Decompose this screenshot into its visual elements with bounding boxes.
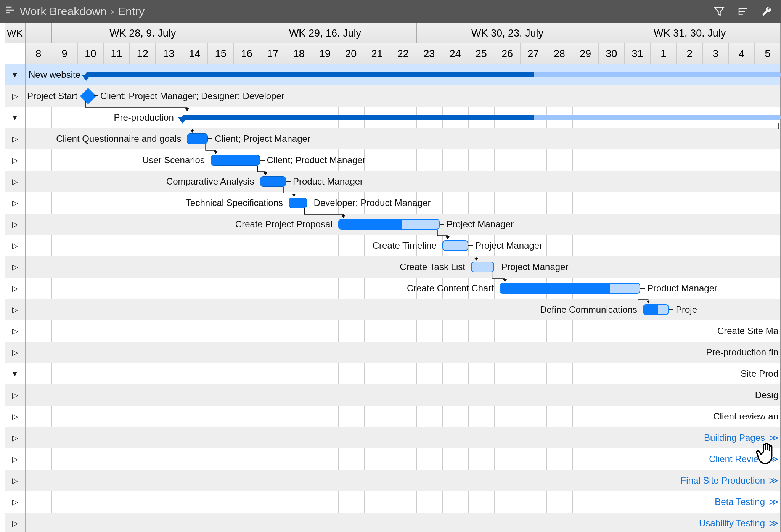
expand-toggle[interactable]: ▷ [5,278,26,299]
offscreen-arrow-icon: ≫ [769,497,778,507]
gantt-chart[interactable]: WK WK 28, 9. JulyWK 29, 16. JulyWK 30, 2… [5,23,781,532]
expand-toggle[interactable]: ▷ [5,470,26,491]
expand-toggle[interactable]: ▷ [5,448,26,470]
offscreen-arrow-icon: ≫ [769,432,778,443]
expand-toggle[interactable]: ▷ [5,85,26,107]
wk-label-corner: WK [5,23,26,43]
gantt-row: ▼New website [5,64,780,85]
day-header: 8 [26,43,51,64]
task-label: Comparative Analysis [166,171,254,192]
filter-icon[interactable] [710,2,728,21]
day-header: 30 [599,43,625,64]
breadcrumb: Work Breakdown › Entry [5,5,145,18]
task-label: Project Start [27,85,77,107]
expand-toggle[interactable]: ▷ [5,342,26,363]
collapse-toggle[interactable]: ▼ [5,107,26,128]
gantt-row: ▷Create Project ProposalProject Manager [5,214,780,235]
task-bar[interactable] [211,155,260,166]
expand-toggle[interactable]: ▷ [5,299,26,320]
day-header: 4 [729,43,755,64]
task-bar[interactable] [338,219,440,230]
task-link-offscreen[interactable]: Client Review≫ [709,448,778,470]
align-left-icon[interactable] [734,2,752,21]
expand-toggle[interactable]: ▷ [5,149,26,171]
task-label-offscreen: Site Prod [741,363,778,384]
expand-toggle[interactable]: ▷ [5,384,26,406]
day-header: 18 [286,43,312,64]
offscreen-arrow-icon: ≫ [769,454,778,464]
day-header: 21 [364,43,390,64]
task-bar[interactable] [260,176,286,187]
svg-rect-1 [6,9,14,11]
day-header: 28 [546,43,572,64]
task-link-offscreen[interactable]: Final Site Production≫ [681,470,778,491]
day-header: 20 [338,43,364,64]
svg-rect-2 [6,12,10,13]
breadcrumb-a[interactable]: Work Breakdown [20,5,107,18]
expand-toggle[interactable]: ▷ [5,256,26,278]
gantt-row: ▷Beta Testing≫ [5,491,780,513]
assignee-label: Client; Product Manager [267,149,366,171]
task-link-offscreen[interactable]: Building Pages≫ [704,427,778,448]
gantt-row: ▷Building Pages≫ [5,427,780,448]
expand-toggle[interactable]: ▷ [5,192,26,214]
task-bar[interactable] [500,283,640,294]
collapse-toggle[interactable]: ▼ [5,64,26,85]
task-link-offscreen[interactable]: Beta Testing≫ [715,491,778,513]
gantt-row: ▷Technical SpecificationsDeveloper; Prod… [5,192,780,214]
day-header: 23 [416,43,442,64]
gantt-row: ▷Client Review≫ [5,448,780,470]
assignee-label: Developer; Product Manager [314,192,431,214]
breadcrumb-b[interactable]: Entry [118,5,145,18]
assignee-label: Client; Project Manager; Designer; Devel… [100,85,284,107]
expand-toggle[interactable]: ▷ [5,235,26,256]
task-bar[interactable] [442,240,468,251]
task-label: New website [29,64,80,85]
milestone-diamond[interactable] [80,88,96,104]
gantt-row: ▷Pre-production fin [5,342,780,363]
summary-bar[interactable] [182,115,781,120]
expand-toggle[interactable]: ▷ [5,427,26,448]
offscreen-arrow-icon: ≫ [769,475,778,485]
gantt-row: ▷Create Content ChartProduct Manager [5,278,780,299]
collapse-toggle[interactable]: ▼ [5,363,26,384]
gantt-row: ▼Site Prod [5,363,780,384]
expand-toggle[interactable]: ▷ [5,171,26,192]
gantt-row: ▷Comparative AnalysisProduct Manager [5,171,780,192]
summary-bar[interactable] [85,72,781,77]
summary-start-cap [178,117,187,124]
day-header: 3 [703,43,729,64]
gantt-row: ▷Define CommunicationsProje [5,299,780,320]
assignee-label: Product Manager [293,171,363,192]
day-header: 26 [494,43,520,64]
assignee-label: Product Manager [647,278,717,299]
gantt-row: ▷Create Site Ma [5,320,780,342]
day-header: 24 [442,43,468,64]
wrench-icon[interactable] [757,2,776,21]
task-bar[interactable] [643,304,669,315]
day-header: 14 [182,43,208,64]
gantt-row: ▼Pre-production [5,107,780,128]
offscreen-arrow-icon: ≫ [769,518,778,528]
expand-toggle[interactable]: ▷ [5,491,26,513]
task-label: Create Content Chart [407,278,494,299]
gantt-row: ▷Project StartClient; Project Manager; D… [5,85,780,107]
assignee-label: Proje [676,299,697,320]
task-bar[interactable] [471,262,494,272]
week-header: WK 30, 23. July [416,23,599,43]
task-bar[interactable] [187,133,208,144]
task-bar[interactable] [289,198,307,208]
expand-toggle[interactable]: ▷ [5,214,26,235]
task-link-offscreen[interactable]: Usability Testing≫ [699,513,778,532]
gantt-row: ▷Create TimelineProject Manager [5,235,780,256]
gantt-row: ▷Final Site Production≫ [5,470,780,491]
day-header: 12 [130,43,156,64]
expand-toggle[interactable]: ▷ [5,320,26,342]
day-header: 19 [312,43,338,64]
expand-toggle[interactable]: ▷ [5,406,26,427]
day-header: 9 [51,43,77,64]
day-header: 29 [572,43,598,64]
expand-toggle[interactable]: ▷ [5,128,26,149]
task-label: User Scenarios [142,149,205,171]
expand-toggle[interactable]: ▷ [5,513,26,532]
